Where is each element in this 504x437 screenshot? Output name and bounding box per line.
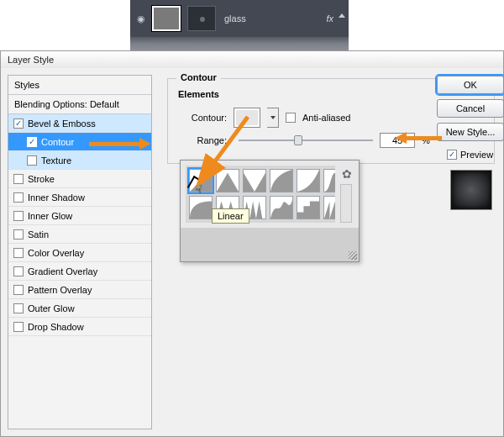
preview-swatch — [450, 170, 492, 210]
contour-swatch-cone-inverted[interactable] — [243, 169, 266, 192]
contour-swatch-gaussian[interactable] — [323, 169, 335, 192]
style-label: Contour — [41, 137, 74, 147]
contour-swatch-cone[interactable] — [216, 169, 239, 192]
style-label: Satin — [28, 229, 49, 240]
style-label: Outer Glow — [28, 303, 75, 313]
style-inner-glow[interactable]: Inner Glow — [8, 207, 151, 225]
svg-marker-1 — [217, 173, 239, 192]
fx-expand-icon[interactable] — [339, 13, 345, 18]
contour-thumbnail[interactable] — [234, 108, 260, 128]
layer-mask-thumbnail[interactable] — [187, 6, 216, 31]
contour-swatch-half-round[interactable] — [189, 196, 213, 219]
style-drop-shadow[interactable]: Drop Shadow — [8, 318, 151, 336]
style-outer-glow[interactable]: Outer Glow — [8, 299, 151, 318]
cursor-icon: ☟ — [195, 182, 202, 196]
range-value-input[interactable]: 45 — [380, 133, 415, 148]
checkbox-icon[interactable] — [27, 137, 37, 147]
layer-name[interactable]: glass — [224, 13, 246, 24]
styles-list: Styles Blending Options: Default Bevel &… — [8, 75, 152, 429]
checkbox-icon[interactable] — [13, 248, 24, 258]
checkbox-icon[interactable] — [13, 118, 24, 129]
dialog-titlebar: Layer Style — [1, 51, 503, 68]
style-bevel-emboss[interactable]: Bevel & Emboss — [8, 114, 151, 133]
gear-icon[interactable]: ✿ — [340, 166, 354, 181]
checkbox-icon[interactable] — [13, 174, 24, 184]
dialog-button-column: OK Cancel New Style... Preview — [437, 76, 504, 210]
contour-swatch-cove-deep[interactable] — [270, 169, 293, 192]
styles-header[interactable]: Styles — [8, 76, 151, 95]
range-slider[interactable] — [239, 140, 373, 141]
layers-panel-row: ◉ glass fx — [130, 0, 349, 37]
style-gradient-overlay[interactable]: Gradient Overlay — [8, 262, 151, 281]
style-label: Bevel & Emboss — [28, 118, 96, 129]
preview-label: Preview — [460, 150, 493, 160]
picker-side: ✿ — [340, 166, 354, 223]
picker-footer — [181, 228, 359, 261]
fx-label: fx — [326, 13, 349, 24]
contour-swatch-sawtooth[interactable] — [323, 196, 335, 219]
contour-label: Contour: — [176, 113, 227, 123]
scrollbar[interactable] — [340, 184, 352, 223]
checkbox-icon[interactable] — [13, 303, 24, 313]
slider-handle[interactable] — [294, 135, 302, 145]
style-label: Gradient Overlay — [28, 266, 97, 276]
style-color-overlay[interactable]: Color Overlay — [8, 244, 151, 262]
contour-swatch-cove-shallow[interactable] — [297, 169, 320, 192]
anti-alias-label: Anti-aliased — [302, 113, 350, 123]
anti-alias-checkbox[interactable] — [286, 113, 296, 123]
style-label: Color Overlay — [28, 248, 84, 258]
style-inner-shadow[interactable]: Inner Shadow — [8, 188, 151, 207]
cancel-button[interactable]: Cancel — [437, 99, 504, 118]
style-label: Stroke — [28, 174, 55, 184]
panel-shadow — [130, 37, 349, 50]
contour-swatch-grid — [186, 166, 335, 223]
checkbox-icon[interactable] — [13, 192, 24, 203]
style-stroke[interactable]: Stroke — [8, 170, 151, 188]
svg-marker-2 — [244, 173, 265, 192]
style-label: Inner Shadow — [28, 192, 85, 203]
percent-label: % — [422, 135, 430, 145]
style-satin[interactable]: Satin — [8, 225, 151, 244]
contour-dropdown-button[interactable] — [267, 108, 279, 128]
contour-swatch-rounded-steps[interactable] — [297, 196, 320, 219]
layer-thumbnail[interactable] — [152, 6, 181, 31]
contour-swatch-rolling-slope[interactable] — [270, 196, 293, 219]
style-label: Texture — [41, 155, 71, 166]
chevron-down-icon — [270, 116, 276, 119]
style-label: Inner Glow — [28, 211, 72, 221]
tooltip-linear: Linear — [212, 208, 249, 224]
checkbox-icon[interactable] — [447, 150, 457, 160]
checkbox-icon[interactable] — [13, 266, 24, 276]
style-pattern-overlay[interactable]: Pattern Overlay — [8, 281, 151, 299]
preview-toggle[interactable]: Preview — [447, 150, 504, 160]
visibility-icon[interactable]: ◉ — [130, 13, 152, 24]
checkbox-icon[interactable] — [13, 285, 24, 295]
checkbox-icon[interactable] — [13, 211, 24, 221]
contour-picker-popup: ✿ — [180, 160, 360, 262]
new-style-button[interactable]: New Style... — [437, 123, 504, 141]
style-texture[interactable]: Texture — [8, 151, 151, 170]
resize-grip-icon[interactable] — [349, 251, 357, 260]
blending-options-row[interactable]: Blending Options: Default — [8, 95, 151, 114]
checkbox-icon[interactable] — [13, 229, 24, 240]
ok-button[interactable]: OK — [437, 76, 504, 94]
style-label: Drop Shadow — [28, 322, 84, 332]
style-label: Pattern Overlay — [28, 285, 92, 295]
range-label: Range: — [176, 135, 227, 145]
style-contour[interactable]: Contour — [8, 133, 151, 151]
checkbox-icon[interactable] — [27, 155, 37, 166]
group-legend: Contour — [176, 72, 221, 82]
checkbox-icon[interactable] — [13, 322, 24, 332]
